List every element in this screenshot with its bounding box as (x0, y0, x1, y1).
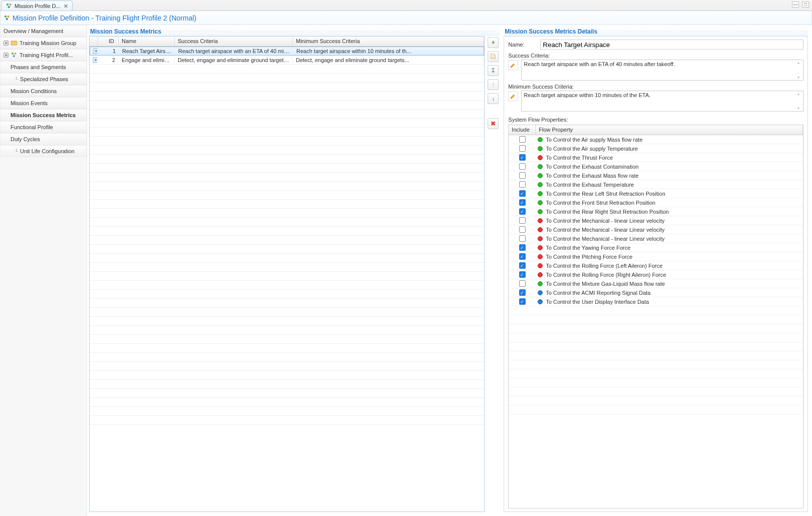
tab-close-icon[interactable]: ✕ (64, 3, 68, 10)
flow-row[interactable]: ✓To Control the Rear Left Strut Retracti… (509, 189, 803, 198)
table-row (90, 155, 484, 164)
col-name[interactable]: Name (119, 37, 175, 46)
sc-scroll[interactable]: ▴▾ (797, 61, 802, 80)
active-tab[interactable]: Mission Profile D... ✕ (1, 1, 73, 11)
table-row (90, 191, 484, 200)
add-button[interactable]: + (488, 37, 499, 48)
flow-row[interactable]: To Control the Mechanical - linear Linea… (509, 225, 803, 234)
flow-row[interactable]: ✓To Control the Rolling Force (Right Ail… (509, 270, 803, 279)
col-min-success-criteria[interactable]: Minimum Success Criteria (293, 37, 484, 46)
flow-row[interactable]: ✓To Control the Pitching Force Force (509, 252, 803, 261)
edit-mc-button[interactable] (508, 91, 518, 101)
main-area: Mission Success Metrics ID Name Success … (87, 25, 812, 516)
flow-include-cell: ✓ (509, 289, 536, 296)
maximize-button[interactable]: □ (802, 2, 809, 8)
flow-row[interactable]: To Control the Exhaust Mass flow rate (509, 171, 803, 180)
col-include[interactable]: Include (509, 125, 536, 135)
sidebar-item-mission-success-metrics[interactable]: Mission Success Metrics (0, 109, 87, 121)
content-area: Overview / Management✕Training Mission G… (0, 25, 812, 516)
include-checkbox[interactable]: ✓ (519, 253, 526, 260)
flow-include-cell (509, 181, 536, 188)
flow-include-cell (509, 136, 536, 143)
status-dot-icon (538, 245, 543, 250)
sidebar-item-training-mission-group[interactable]: ✕Training Mission Group (0, 37, 87, 49)
copy-button[interactable]: ⿻ (488, 51, 499, 62)
svg-point-1 (9, 4, 11, 6)
flow-row[interactable]: To Control the Air supply Temperature (509, 144, 803, 153)
edit-sc-button[interactable] (508, 60, 518, 70)
flow-row[interactable]: ✓To Control the ACMI Reporting Signal Da… (509, 288, 803, 297)
col-id[interactable]: ID (98, 37, 119, 46)
collapse-icon[interactable]: ✕ (4, 53, 9, 58)
flow-row[interactable]: To Control the Mixture Gas-Liquid Mass f… (509, 279, 803, 288)
include-checkbox[interactable]: ✓ (519, 208, 526, 215)
flow-property-cell: To Control the Yawing Force Force (536, 245, 803, 251)
include-checkbox[interactable] (519, 136, 526, 143)
include-checkbox[interactable] (519, 235, 526, 242)
sidebar-item-mission-events[interactable]: Mission Events (0, 97, 87, 109)
include-checkbox[interactable]: ✓ (519, 190, 526, 197)
flow-row[interactable]: ✓To Control the Yawing Force Force (509, 243, 803, 252)
flow-row[interactable]: To Control the Mechanical - linear Linea… (509, 234, 803, 243)
flow-row[interactable]: To Control the Mechanical - linear Linea… (509, 216, 803, 225)
flow-row[interactable]: ✓To Control the Rolling Force (Left Aile… (509, 261, 803, 270)
svg-point-8 (12, 53, 14, 55)
mc-textarea[interactable]: Reach target airspace within 10 minutes … (521, 91, 803, 112)
flow-row[interactable]: ✓To Control the Rear Right Strut Retract… (509, 207, 803, 216)
import-button[interactable]: ↧ (488, 65, 499, 76)
sc-textarea[interactable]: Reach target airspace with an ETA of 40 … (521, 60, 803, 81)
include-checkbox[interactable]: ✓ (519, 298, 526, 305)
col-flow-property[interactable]: Flow Property (536, 125, 803, 135)
page-header: Mission Profile Definition - Training Fl… (0, 11, 812, 25)
mc-scroll[interactable]: ▴▾ (797, 92, 802, 111)
status-dot-icon (538, 173, 543, 178)
svg-point-10 (13, 55, 15, 57)
flow-row[interactable]: ✓To Control the Front Strut Retraction P… (509, 198, 803, 207)
delete-button[interactable]: ✖ (488, 118, 499, 129)
name-input[interactable] (540, 40, 803, 50)
sidebar-item-specialized-phases[interactable]: └Specialized Phases (0, 73, 87, 85)
include-checkbox[interactable]: ✓ (519, 154, 526, 161)
sidebar-item-duty-cycles[interactable]: Duty Cycles (0, 133, 87, 145)
collapse-icon[interactable]: ✕ (4, 41, 9, 46)
sidebar-item-mission-conditions[interactable]: Mission Conditions (0, 85, 87, 97)
sidebar-item-training-flight-profil[interactable]: ✕Training Flight Profil... (0, 49, 87, 61)
include-checkbox[interactable]: ✓ (519, 244, 526, 251)
include-checkbox[interactable] (519, 145, 526, 152)
move-up-button[interactable]: ↑ (488, 79, 499, 90)
table-row (90, 209, 484, 218)
include-checkbox[interactable]: ✓ (519, 271, 526, 278)
title-icon (4, 15, 11, 22)
flow-include-cell: ✓ (509, 208, 536, 215)
svg-point-9 (15, 53, 17, 55)
flow-row[interactable]: ✓To Control the Thrust Force (509, 153, 803, 162)
flow-row[interactable]: To Control the Exhaust Temperature (509, 180, 803, 189)
include-checkbox[interactable]: ✓ (519, 199, 526, 206)
flow-property-cell: To Control the Air supply Mass flow rate (536, 137, 803, 143)
table-row[interactable]: 2Engage and eliminat...Detect, engage an… (90, 56, 484, 65)
minimize-button[interactable]: — (792, 2, 799, 8)
move-down-button[interactable]: ↓ (488, 93, 499, 104)
include-checkbox[interactable] (519, 226, 526, 233)
col-success-criteria[interactable]: Success Criteria (175, 37, 293, 46)
include-checkbox[interactable]: ✓ (519, 289, 526, 296)
sidebar-item-unit-life-configuration[interactable]: └Unit Life Configuration (0, 145, 87, 157)
table-row[interactable]: 1Reach Target Airspa...Reach target airs… (90, 47, 484, 56)
svg-point-14 (95, 59, 97, 61)
include-checkbox[interactable] (519, 172, 526, 179)
sidebar-item-phases-and-segments[interactable]: Phases and Segments (0, 61, 87, 73)
table-row (90, 74, 484, 83)
table-row (90, 92, 484, 101)
include-checkbox[interactable] (519, 217, 526, 224)
sidebar-item-functional-profile[interactable]: Functional Profile (0, 121, 87, 133)
include-checkbox[interactable] (519, 280, 526, 287)
include-checkbox[interactable] (519, 181, 526, 188)
flow-row[interactable]: To Control the Air supply Mass flow rate (509, 135, 803, 144)
include-checkbox[interactable]: ✓ (519, 262, 526, 269)
include-checkbox[interactable] (519, 163, 526, 170)
flow-row[interactable]: ✓To Control the User Display Interface D… (509, 297, 803, 306)
flow-property-text: To Control the Air supply Mass flow rate (546, 137, 642, 143)
table-row (90, 83, 484, 92)
sidebar-item-overview-management[interactable]: Overview / Management (0, 25, 87, 37)
flow-row[interactable]: To Control the Exhaust Contamination (509, 162, 803, 171)
